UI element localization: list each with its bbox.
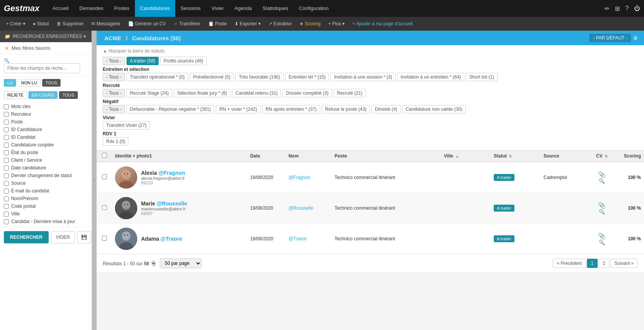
filter-tous-main[interactable]: - Tous - xyxy=(103,57,125,65)
messagerie-button[interactable]: ✉ Messagerie xyxy=(88,20,123,28)
th-cv[interactable]: CV ⇅ xyxy=(590,153,613,159)
filter-tous-read-button[interactable]: TOUS xyxy=(42,79,61,87)
supprimer-button[interactable]: 🗑 Supprimer xyxy=(54,20,87,28)
row1-statut-badge[interactable]: A traiter xyxy=(494,174,514,181)
checkbox-date-candidature[interactable]: Date candidature xyxy=(4,164,88,172)
statut-button[interactable]: ● Statut xyxy=(30,20,52,28)
sidebar-collapse-handle[interactable]: ‹ xyxy=(92,31,97,330)
filter-tres-favorable[interactable]: Très favorable (190) xyxy=(235,73,284,81)
row2-attachment-icon[interactable]: 📎 xyxy=(593,202,610,209)
checkbox-ville[interactable]: Ville xyxy=(4,210,88,218)
row3-avatar[interactable] xyxy=(115,228,137,250)
row1-search-icon[interactable]: 🔍 xyxy=(593,178,610,184)
nav-accueil[interactable]: Accueil xyxy=(47,0,74,17)
nav-agenda[interactable]: Agenda xyxy=(229,0,257,17)
exporter-button[interactable]: ⬇ Exporter ▾ xyxy=(232,20,264,28)
nav-vivier[interactable]: Vivier xyxy=(206,0,229,17)
checkbox-client-service[interactable]: Client / Service xyxy=(4,156,88,164)
ajouter-accueil-button[interactable]: + Ajouter à ma page d'accueil xyxy=(349,20,416,28)
filter-rn-vivier[interactable]: RN + vivier * (242) xyxy=(216,105,260,113)
checkbox-candidat-derniere[interactable]: Candidat - Dernière mise à jour xyxy=(4,218,88,225)
nav-postes[interactable]: Postes xyxy=(109,0,135,17)
filter-lu-button[interactable]: LU xyxy=(4,79,16,87)
row3-search-icon[interactable]: 🔍 xyxy=(593,240,610,245)
masquer-bar-button[interactable]: ▲ Masquer la barre de statuts xyxy=(103,48,638,54)
filter-dossier-complete[interactable]: Dossier complété (3) xyxy=(283,89,332,97)
scoring-button[interactable]: ★ Scoring xyxy=(296,20,324,28)
checkbox-cooptee[interactable]: Candidature cooptée xyxy=(4,141,88,149)
filter-a-traiter[interactable]: A traiter (58) xyxy=(127,57,159,65)
row3-statut-badge[interactable]: A traiter xyxy=(494,235,514,242)
row1-attachment-icon[interactable]: 📎 xyxy=(593,171,610,178)
settings-icon[interactable]: ⚙ xyxy=(633,35,638,41)
save-button[interactable]: 💾 xyxy=(77,231,91,243)
checkbox-code-postal[interactable]: Code postal xyxy=(4,202,88,210)
saved-searches-header[interactable]: 📁 RECHERCHES ENREGISTRÉES ▾ xyxy=(0,31,92,42)
checkbox-id-candidature[interactable]: ID Candidature xyxy=(4,126,88,133)
th-nom[interactable]: Nom xyxy=(286,153,332,159)
nav-sessions[interactable]: Sessions xyxy=(175,0,206,17)
rechercher-button[interactable]: RECHERCHER xyxy=(4,231,49,243)
filter-tous-status-button[interactable]: TOUS xyxy=(59,91,77,99)
extraktor-button[interactable]: ↗ Extraktor xyxy=(265,20,295,28)
filter-defavorable[interactable]: Défavorable - Réponse négative * (351) xyxy=(127,105,214,113)
filter-non-valide[interactable]: Candidature non valide (30) xyxy=(402,105,466,113)
next-page-button[interactable]: Suivant » xyxy=(610,259,638,268)
plus-button[interactable]: + Plus ▾ xyxy=(325,20,348,28)
filter-invitation-session[interactable]: Invitation à une session * (3) xyxy=(330,73,395,81)
per-page-select[interactable]: 50 par page 10 par page 25 par page 100 … xyxy=(160,258,202,268)
th-date[interactable]: Date xyxy=(247,153,286,159)
row1-avatar[interactable] xyxy=(115,166,137,189)
nav-candidatures[interactable]: Candidatures xyxy=(135,0,175,17)
filter-tous-negatif[interactable]: - Tous - xyxy=(103,105,125,113)
filter-entretien-tel[interactable]: Entretien tél * (15) xyxy=(285,73,329,81)
transferer-button[interactable]: ↔ Transférer xyxy=(171,20,204,28)
th-ville[interactable]: Ville ▲ xyxy=(441,153,491,159)
checkbox-etat-poste[interactable]: État du poste xyxy=(4,149,88,156)
filter-transfert-op[interactable]: Transfert opérationnel * (0) xyxy=(127,73,188,81)
filter-rejete-button[interactable]: REJETÉ xyxy=(4,91,27,99)
checkbox-nom-prenom[interactable]: Nom/Prénom xyxy=(4,195,88,202)
filter-tous-recrute[interactable]: - Tous - xyxy=(103,89,125,97)
grid-icon[interactable]: ⊞ xyxy=(615,5,620,12)
filter-rn-entretien[interactable]: RN après entretien * (37) xyxy=(262,105,320,113)
filter-tous-entretien[interactable]: - Tous - xyxy=(103,73,125,81)
row2-search-icon[interactable]: 🔍 xyxy=(593,209,610,215)
generer-cv-button[interactable]: 📄 Générer un CV xyxy=(125,20,169,28)
row3-checkbox[interactable] xyxy=(97,236,112,242)
filter-non-lu-button[interactable]: NON LU xyxy=(18,79,41,87)
nav-statistiques[interactable]: Statistiques xyxy=(257,0,294,17)
row1-name[interactable]: Alexia @Fragnon xyxy=(141,170,185,176)
filter-transfert-vivier[interactable]: Transfert Vivier (27) xyxy=(103,121,150,130)
help-icon[interactable]: ? xyxy=(625,5,629,12)
checkbox-mots-cles[interactable]: Mots clés xyxy=(4,103,88,110)
nav-configuration[interactable]: Configuration xyxy=(294,0,334,17)
create-button[interactable]: + Créer ▾ xyxy=(3,20,28,28)
select-all-checkbox[interactable] xyxy=(102,153,107,158)
search-input[interactable] xyxy=(4,63,80,73)
filter-selection-finale[interactable]: Sélection finale jury * (8) xyxy=(174,89,230,97)
filter-recrute[interactable]: Recruté (21) xyxy=(334,89,366,97)
row2-checkbox[interactable] xyxy=(97,205,112,211)
row3-attachment-icon[interactable]: 📎 xyxy=(593,232,610,240)
row2-avatar[interactable] xyxy=(115,197,137,219)
row1-checkbox[interactable] xyxy=(97,174,112,181)
prev-page-button[interactable]: « Précédent xyxy=(553,259,586,268)
filter-en-cours-button[interactable]: EN COURS xyxy=(28,91,58,99)
favorites-section[interactable]: ★ Mes filtres favoris xyxy=(0,42,92,54)
checkbox-recruteur[interactable]: Recruteur xyxy=(4,110,88,118)
page-1-button[interactable]: 1 xyxy=(587,259,598,268)
par-defaut-button[interactable]: - PAR DÉFAUT - xyxy=(589,34,631,42)
breadcrumb-root[interactable]: ACME xyxy=(104,35,121,41)
row2-name[interactable]: Marie @Rousselle xyxy=(141,200,187,207)
edit-icon[interactable]: ✏ xyxy=(605,5,610,12)
filter-profils-sources[interactable]: Profils sourcés (48) xyxy=(160,57,207,65)
app-logo[interactable]: Gestmax xyxy=(4,3,39,13)
th-statut[interactable]: Statut ⇅ xyxy=(491,153,540,159)
page-2-button[interactable]: 2 xyxy=(598,259,610,268)
filter-candidat-retenu[interactable]: Candidat retenu (31) xyxy=(232,89,281,97)
filter-short-list[interactable]: Short list (1) xyxy=(466,73,498,81)
poste-button[interactable]: 📋 Poste xyxy=(205,20,230,28)
filter-invitation-entretien[interactable]: Invitation à un entretien * (64) xyxy=(397,73,464,81)
power-icon[interactable]: ⏻ xyxy=(634,5,640,12)
